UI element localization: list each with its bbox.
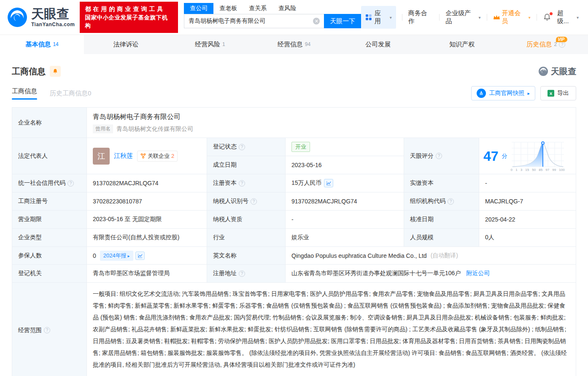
nav-open-vip[interactable]: 开通会员 ▾ (493, 9, 531, 25)
trend-chart-icon[interactable] (135, 252, 145, 260)
slogan-line2: 国家中小企业发展子基金旗下机构 (85, 14, 173, 30)
company-type-value: 有限责任公司(自然人投资或控股) (87, 229, 207, 247)
registry-label: 登记机关 (12, 265, 87, 283)
stamp-icon (477, 89, 486, 98)
site-header: 天眼查 TianYanCha.com 都在用的商业查询工具 国家中小企业发展子基… (0, 0, 588, 35)
org-code-value: MACJRLQG-7 (479, 192, 576, 211)
score-cell[interactable]: 47 分 (479, 138, 576, 174)
help-icon[interactable] (448, 198, 454, 205)
export-button[interactable]: 导出 (540, 86, 576, 100)
business-info-table: 企业名称 青岛胡杨树电子商务有限公司 曾用名 青岛胡杨树文化传媒有限公司 法定代… (12, 107, 576, 376)
score-value: 47 (483, 149, 499, 163)
help-icon[interactable] (559, 41, 565, 48)
search-tab-risk[interactable]: 查风险 (272, 3, 302, 14)
brand-domain: TianYanCha.com (31, 22, 75, 27)
address-label: 注册地址 (207, 265, 286, 283)
status-badge: 开业 (291, 142, 310, 152)
official-snapshot-button[interactable]: 工商官网快照 ▸ (471, 86, 535, 100)
trend-chart-icon[interactable] (324, 179, 333, 187)
tab-intellectual-property[interactable]: 知识产权 (420, 35, 504, 54)
nearby-companies-link[interactable]: 附近公司 (466, 270, 490, 277)
company-type-label: 企业类型 (12, 229, 87, 247)
establish-date-label: 成立日期 (207, 156, 286, 174)
former-name: 青岛胡杨树文化传媒有限公司 (116, 125, 193, 133)
notifications-bell[interactable] (543, 13, 551, 22)
tianyancha-logo[interactable]: 天眼查 TianYanCha.com (7, 7, 75, 28)
arrow-right-icon: ▸ (527, 91, 530, 96)
search-button[interactable]: 天眼一下 (324, 14, 361, 28)
taxpayer-id-label: 纳税人识别号 (207, 192, 286, 211)
monitor-bell-button[interactable] (50, 66, 61, 77)
table-row: 营业期限 2023-05-16 至 无固定期限 纳税人资质 - 核准日期 202… (12, 211, 576, 229)
tab-company-development[interactable]: 公司发展 (336, 35, 420, 54)
reg-capital-label: 注册资本 (207, 174, 286, 192)
nav-cooperation[interactable]: 商务合作 (408, 9, 434, 25)
nav-enterprise-products[interactable]: 企业级产品 ▾ (445, 9, 480, 25)
legal-rep-name-link[interactable]: 江秋莲 (114, 152, 133, 160)
divider (402, 14, 402, 21)
taxpayer-quality-label: 纳税人资质 (207, 211, 286, 229)
business-info-section: 工商信息 天眼查 工商信息 历史工商信息0 工商官网快照 ▸ (0, 65, 588, 376)
search-tab-boss[interactable]: 查老板 (213, 3, 243, 14)
score-axis: 0131550859799100 (511, 168, 565, 172)
credit-code-label: 统一社会信用代码 (12, 174, 87, 192)
subtab-history-business-info[interactable]: 历史工商信息0 (50, 89, 91, 97)
org-code-label: 组织机构代码 (404, 192, 479, 211)
search-tab-company[interactable]: 查公司 (184, 3, 213, 14)
company-tab-bar: 基本信息 14 法律诉讼 经营风险 1 经营信息 94 公司发展 知识产权 历史… (0, 35, 588, 54)
nav-account[interactable]: 超级... ▾ (557, 9, 579, 25)
apps-grid-icon (365, 14, 372, 21)
section-title: 工商信息 (12, 66, 46, 77)
business-term-label: 营业期限 (12, 211, 87, 229)
tab-basic-info[interactable]: 基本信息 14 (0, 35, 84, 54)
apps-label: 应用 (375, 9, 387, 25)
scope-label: 经营范围 (12, 283, 87, 376)
notification-dot (550, 12, 553, 15)
chevron-down-icon: ▾ (577, 15, 579, 20)
company-name-cell: 青岛胡杨树电子商务有限公司 曾用名 青岛胡杨树文化传媒有限公司 (87, 108, 576, 138)
table-row: 参保人数 0 2024年报 英文名称 Qingdao Populus euphr… (12, 247, 576, 265)
help-icon[interactable] (44, 327, 50, 333)
help-icon[interactable] (239, 180, 245, 187)
insured-label: 参保人数 (12, 247, 87, 265)
auto-translate-note: (自动翻译) (431, 252, 458, 260)
search-tab-relation[interactable]: 查关系 (243, 3, 272, 14)
insured-value: 0 2024年报 (87, 247, 207, 265)
help-icon[interactable] (239, 144, 245, 150)
paid-capital-value: - (479, 174, 576, 192)
score-unit: 分 (502, 152, 507, 160)
establish-date-cell: 2023-05-16 (286, 156, 404, 174)
reg-status-cell: 开业 (286, 138, 404, 156)
tab-legal-litigation[interactable]: 法律诉讼 (84, 35, 168, 54)
table-row: 经营范围 一般项目: 组织文化艺术交流活动; 汽车装饰用品销售; 珠宝首饰零售;… (12, 283, 576, 376)
help-icon[interactable] (436, 153, 442, 159)
industry-label: 行业 (207, 229, 286, 247)
related-companies-badge[interactable]: 关联企业 2 (137, 151, 178, 162)
subtab-business-info[interactable]: 工商信息 (12, 87, 37, 100)
logo-swirl-icon (7, 7, 28, 28)
tianyancha-watermark: 天眼查 (538, 66, 576, 77)
top-navigation: 应用 ▾ 商务合作 企业级产品 ▾ 开通会员 ▾ 超 (361, 6, 579, 29)
legal-rep-avatar[interactable]: 江 (93, 148, 110, 165)
bell-icon (52, 68, 58, 74)
former-name-badge: 曾用名 (93, 124, 113, 133)
help-icon[interactable] (239, 271, 245, 277)
chevron-down-icon: ▾ (529, 15, 531, 20)
tab-history-info[interactable]: 历史信息 2 VIP (504, 35, 588, 54)
watermark-swirl-icon (538, 66, 548, 76)
tab-operation-info[interactable]: 经营信息 94 (252, 35, 336, 54)
reg-status-label: 登记状态 (207, 138, 286, 156)
help-icon[interactable] (251, 198, 257, 205)
annual-report-badge[interactable]: 2024年报 (100, 251, 133, 261)
chevron-down-icon: ▾ (390, 15, 392, 20)
help-icon[interactable] (67, 180, 74, 187)
reg-capital-value: 15万人民币 (286, 174, 404, 192)
brand-name: 天眼查 (31, 8, 75, 20)
search-input[interactable] (184, 14, 324, 28)
legal-rep-cell: 江 江秋莲 关联企业 2 (87, 138, 207, 174)
search-tabs: 查公司 查老板 查关系 查风险 (184, 2, 361, 14)
tab-operation-risk[interactable]: 经营风险 1 (168, 35, 252, 54)
scope-text: 一般项目: 组织文化艺术交流活动; 汽车装饰用品销售; 珠宝首饰零售; 日用家电… (87, 283, 576, 376)
apps-menu[interactable]: 应用 ▾ (361, 6, 396, 29)
table-row: 工商注册号 370282230810787 纳税人识别号 91370282MAC… (12, 192, 576, 211)
